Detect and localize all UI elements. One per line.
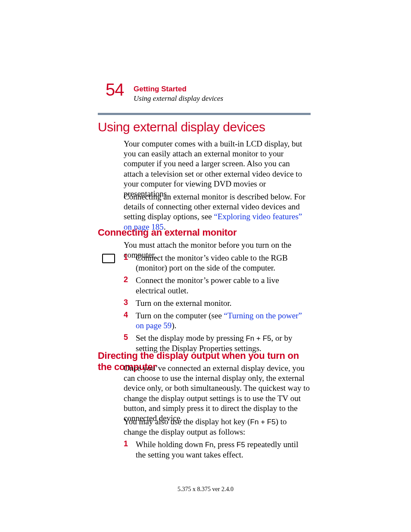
key-fn: Fn <box>250 418 259 426</box>
step-4b: ). <box>171 321 176 330</box>
key-fn: Fn <box>246 334 254 342</box>
steps-a: 1 Connect the monitor’s video cable to t… <box>124 253 310 356</box>
direct-paragraph-2: You may also use the display hot key (Fn… <box>124 417 310 437</box>
footer-version: 5.375 x 8.375 ver 2.4.0 <box>0 486 411 493</box>
intro-paragraph-2: Connecting an external monitor is descri… <box>124 192 310 232</box>
direct-paragraph-1: Once you’ve connected an external displa… <box>124 363 310 423</box>
step-b1-a: While holding down <box>136 440 205 449</box>
steps-b: 1 While holding down Fn, press F5 repeat… <box>124 439 310 462</box>
step-2: 2 Connect the monitor’s power cable to a… <box>124 275 310 295</box>
key-fn: Fn <box>205 441 214 449</box>
page-number: 54 <box>106 81 124 98</box>
step-number: 2 <box>124 275 136 295</box>
step-b1-b: , press <box>214 440 237 449</box>
monitor-icon <box>102 254 115 263</box>
step-number: 4 <box>124 311 136 330</box>
page: 54 Getting Started Using external displa… <box>0 0 411 532</box>
step-number: 3 <box>124 298 136 308</box>
key-f5: F5 <box>237 441 245 449</box>
step-number: 1 <box>124 253 136 273</box>
heading-connecting-monitor: Connecting an external monitor <box>98 227 237 238</box>
step-text: Turn on the computer (see “Turning on th… <box>136 311 310 330</box>
direct-p2-a: You may also use the display hot key ( <box>124 417 250 426</box>
step-4: 4 Turn on the computer (see “Turning on … <box>124 311 310 330</box>
horizontal-rule <box>98 113 311 115</box>
step-4a: Turn on the computer (see <box>136 311 224 320</box>
step-text: Turn on the external monitor. <box>136 298 310 308</box>
intro-paragraph-1: Your computer comes with a built-in LCD … <box>124 139 310 199</box>
key-f5: F5 <box>263 334 271 342</box>
key-plus: + <box>254 334 262 342</box>
key-plus: + <box>258 418 267 426</box>
step-text: Connect the monitor’s video cable to the… <box>136 253 310 273</box>
step-1: 1 Connect the monitor’s video cable to t… <box>124 253 310 273</box>
step-number: 1 <box>124 439 136 460</box>
heading-main: Using external display devices <box>98 120 265 134</box>
chapter-title: Getting Started <box>134 85 187 93</box>
key-f5: F5 <box>267 418 276 426</box>
step-text: While holding down Fn, press F5 repeated… <box>136 439 310 460</box>
step-b1: 1 While holding down Fn, press F5 repeat… <box>124 439 310 460</box>
step-5a: Set the display mode by pressing <box>136 333 246 342</box>
step-text: Connect the monitor’s power cable to a l… <box>136 275 310 295</box>
section-subtitle: Using external display devices <box>134 94 223 103</box>
step-3: 3 Turn on the external monitor. <box>124 298 310 308</box>
